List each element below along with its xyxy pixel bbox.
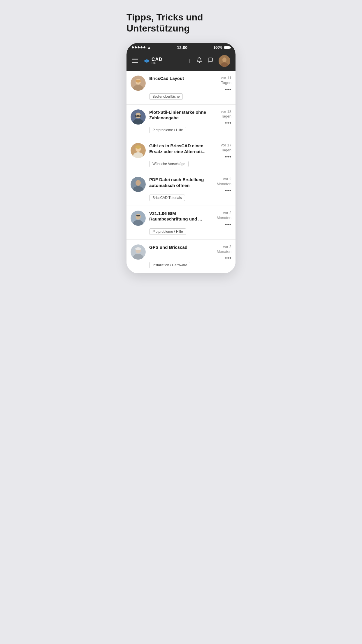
svg-point-8 — [136, 113, 141, 118]
item-avatar — [131, 109, 146, 125]
item-meta: vor 2Monaten ••• — [214, 211, 231, 228]
hamburger-line-1 — [132, 59, 138, 60]
svg-point-27 — [135, 247, 141, 250]
bell-icon[interactable] — [196, 57, 202, 64]
phone-frame: ▲ 12:00 100% — [126, 43, 236, 274]
navbar-left: CAD DE — [132, 57, 163, 65]
battery-fill — [224, 46, 230, 49]
list-item[interactable]: Plott-Stil-Linienstärke ohne Zahlenangab… — [126, 105, 236, 139]
item-header: BricsCad Layout vor 11Tagen ••• — [149, 76, 231, 93]
signal-dot-3 — [138, 46, 140, 48]
item-content: GPS und Bricscad vor 2Monaten ••• Instal… — [149, 244, 231, 269]
chat-icon[interactable] — [208, 57, 213, 64]
more-options-button[interactable]: ••• — [225, 87, 231, 93]
signal-dot-4 — [140, 46, 143, 48]
avatar-image — [219, 55, 230, 67]
item-tag[interactable]: Plotprobleme / Hilfe — [149, 228, 186, 235]
list-item[interactable]: BricsCad Layout vor 11Tagen ••• Bedienob… — [126, 71, 236, 105]
content-list: BricsCad Layout vor 11Tagen ••• Bedienob… — [126, 71, 236, 274]
item-title: BricsCad Layout — [149, 76, 212, 81]
user-avatar[interactable] — [219, 55, 230, 67]
more-options-button[interactable]: ••• — [225, 154, 231, 160]
list-item[interactable]: PDF Datei nach Erstellung automatisch öf… — [126, 172, 236, 206]
status-left: ▲ — [132, 45, 151, 50]
wifi-icon: ▲ — [147, 45, 151, 50]
signal-dot-5 — [143, 46, 145, 48]
battery-percent: 100% — [213, 46, 222, 50]
item-header: GPS und Bricscad vor 2Monaten ••• — [149, 244, 231, 262]
more-options-button[interactable]: ••• — [225, 222, 231, 228]
item-time: vor 2Monaten — [217, 244, 231, 254]
item-header: Gibt es in BricsCAD einen Ersatz oder ei… — [149, 143, 231, 160]
hamburger-button[interactable] — [132, 59, 138, 63]
item-tag[interactable]: Plotprobleme / Hilfe — [149, 127, 186, 133]
page-title: Tipps, Tricks und Unterstützung — [126, 12, 236, 34]
item-header: Plott-Stil-Linienstärke ohne Zahlenangab… — [149, 109, 231, 127]
item-tag[interactable]: BricsCAD Tutorials — [149, 195, 185, 201]
item-meta: vor 11Tagen ••• — [214, 76, 231, 93]
navbar-right: + — [187, 55, 230, 67]
signal-dots — [132, 46, 145, 48]
item-time: vor 18Tagen — [221, 109, 231, 119]
item-content: PDF Datei nach Erstellung automatisch öf… — [149, 177, 231, 201]
item-content: V21.1.06 BIM Raumbeschriftung und ... vo… — [149, 211, 231, 235]
item-avatar — [131, 211, 146, 226]
more-options-button[interactable]: ••• — [225, 188, 231, 194]
item-meta: vor 17Tagen ••• — [214, 143, 231, 160]
status-right: 100% — [213, 46, 230, 50]
hamburger-line-3 — [132, 62, 138, 63]
item-title: V21.1.06 BIM Raumbeschriftung und ... — [149, 211, 212, 222]
status-bar: ▲ 12:00 100% — [126, 43, 236, 52]
item-avatar — [131, 177, 146, 192]
item-title: Gibt es in BricsCAD einen Ersatz oder ei… — [149, 143, 212, 154]
logo: CAD DE — [142, 57, 163, 65]
navbar: CAD DE + — [126, 52, 236, 71]
item-time: vor 2Monaten — [217, 177, 231, 187]
item-tag[interactable]: Bedienoberfläche — [149, 93, 183, 100]
item-content: Gibt es in BricsCAD einen Ersatz oder ei… — [149, 143, 231, 167]
logo-arrows — [142, 59, 150, 63]
logo-cad: CAD — [152, 57, 163, 62]
item-title: GPS und Bricscad — [149, 244, 212, 250]
svg-point-16 — [135, 145, 141, 149]
logo-de: DE — [152, 62, 163, 65]
item-time: vor 2Monaten — [217, 211, 231, 220]
more-options-button[interactable]: ••• — [225, 255, 231, 261]
list-item[interactable]: GPS und Bricscad vor 2Monaten ••• Instal… — [126, 240, 236, 274]
item-tag[interactable]: Wünsche Vorschläge — [149, 161, 189, 167]
item-title: PDF Datei nach Erstellung automatisch öf… — [149, 177, 212, 188]
list-item[interactable]: V21.1.06 BIM Raumbeschriftung und ... vo… — [126, 206, 236, 240]
item-meta: vor 2Monaten ••• — [214, 177, 231, 194]
svg-rect-23 — [136, 215, 140, 216]
item-avatar — [131, 76, 146, 91]
item-tag[interactable]: Installation / Hardware — [149, 262, 190, 268]
item-avatar — [131, 143, 146, 158]
svg-point-6 — [136, 80, 141, 83]
item-title: Plott-Stil-Linienstärke ohne Zahlenangab… — [149, 109, 212, 121]
svg-point-18 — [136, 180, 141, 186]
item-header: V21.1.06 BIM Raumbeschriftung und ... vo… — [149, 211, 231, 228]
item-meta: vor 2Monaten ••• — [214, 244, 231, 262]
item-content: Plott-Stil-Linienstärke ohne Zahlenangab… — [149, 109, 231, 134]
page-wrapper: Tipps, Tricks und Unterstützung ▲ 12:00 … — [121, 0, 241, 285]
item-content: BricsCad Layout vor 11Tagen ••• Bedienob… — [149, 76, 231, 100]
item-header: PDF Datei nach Erstellung automatisch öf… — [149, 177, 231, 194]
signal-dot-1 — [132, 46, 134, 48]
hamburger-line-2 — [132, 61, 138, 62]
svg-point-1 — [222, 57, 226, 62]
item-meta: vor 18Tagen ••• — [214, 109, 231, 127]
logo-text: CAD DE — [152, 57, 163, 65]
battery-icon — [224, 46, 230, 49]
item-time: vor 11Tagen — [221, 76, 231, 85]
item-avatar — [131, 244, 146, 260]
add-button[interactable]: + — [187, 57, 191, 65]
list-item[interactable]: Gibt es in BricsCAD einen Ersatz oder ei… — [126, 138, 236, 172]
signal-dot-2 — [135, 46, 137, 48]
more-options-button[interactable]: ••• — [225, 120, 231, 126]
status-time: 12:00 — [177, 45, 187, 50]
item-time: vor 17Tagen — [221, 143, 231, 153]
